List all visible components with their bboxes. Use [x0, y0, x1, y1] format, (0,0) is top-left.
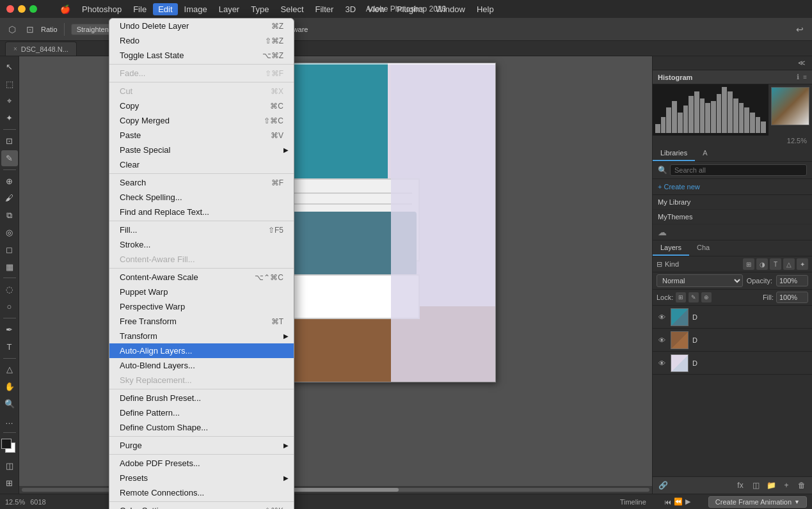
tool-lasso[interactable]: ⌖ [1, 93, 18, 109]
layer-row[interactable]: 👁 D [653, 329, 812, 352]
timeline-start-icon[interactable]: ⏮ [664, 498, 671, 506]
tool-hand[interactable]: ✋ [1, 379, 18, 395]
layers-tabs: Layers Cha [653, 240, 812, 256]
undo-icon[interactable]: ↩ [793, 22, 807, 36]
add-layer-style-icon[interactable]: fx [734, 479, 747, 492]
color-swatches[interactable] [1, 439, 18, 455]
kind-label: Kind [665, 260, 679, 268]
tool-mask[interactable]: ◫ [1, 458, 18, 474]
tool-eyedropper[interactable]: ✎ [1, 150, 18, 166]
layer-row[interactable]: 👁 D [653, 352, 812, 375]
menu-apple[interactable]: 🍎 [55, 3, 76, 15]
minimize-button[interactable] [18, 5, 26, 13]
filter-type-icon[interactable]: T [770, 258, 781, 270]
timeline-play-icon[interactable]: ▶ [685, 497, 690, 506]
layer-eye-icon[interactable]: 👁 [657, 335, 667, 345]
tool-gradient[interactable]: ▦ [1, 259, 18, 275]
tool-sep-5 [3, 358, 16, 359]
menu-photoshop[interactable]: Photoshop [77, 3, 127, 15]
straighten-button[interactable]: Straighten [71, 24, 115, 35]
layer-eye-icon[interactable]: 👁 [657, 312, 667, 322]
tool-heal[interactable]: ⊕ [1, 173, 18, 189]
tool-crop[interactable]: ⊡ [1, 133, 18, 149]
histogram-settings-icon[interactable]: ≡ [803, 74, 807, 81]
tool-extras[interactable]: … [1, 413, 18, 429]
histogram-thumbnail [771, 87, 809, 125]
tool-type[interactable]: T [1, 339, 18, 355]
histogram-info-icon[interactable]: ℹ [797, 73, 799, 81]
layer-eye-icon[interactable]: 👁 [657, 358, 667, 368]
menu-type[interactable]: Type [246, 3, 274, 15]
menu-3d[interactable]: 3D [340, 3, 361, 15]
tab-libraries[interactable]: Libraries [653, 146, 695, 161]
tab-layers[interactable]: Layers [653, 240, 689, 256]
filter-adjustment-icon[interactable]: ◑ [756, 258, 768, 270]
lock-label: Lock: [657, 294, 673, 301]
menu-edit[interactable]: Edit [153, 3, 177, 15]
scroll-track-horizontal[interactable] [22, 488, 649, 492]
tool-clone[interactable]: ⧉ [1, 207, 18, 223]
document-tab[interactable]: × DSC_8448.N... [5, 42, 77, 56]
layers-kind-select[interactable]: ⊟ Kind [657, 260, 679, 269]
blend-mode-select[interactable]: Normal [657, 274, 743, 287]
histogram-content [653, 84, 812, 136]
tool-pen[interactable]: ✒ [1, 322, 18, 338]
histogram-expand-icons: ≡ [803, 74, 807, 81]
layer-row[interactable]: 👁 D [653, 306, 812, 329]
menu-layer[interactable]: Layer [214, 3, 245, 15]
scroll-thumb-horizontal[interactable] [210, 488, 398, 492]
lock-paint-icon[interactable]: ✎ [689, 292, 699, 302]
tool-move[interactable]: ↖ [1, 59, 18, 75]
tool-dodge[interactable]: ○ [1, 299, 18, 315]
create-frame-animation-dropdown-icon[interactable]: ▼ [794, 499, 800, 505]
tab-channels[interactable]: Cha [689, 240, 717, 256]
maximize-button[interactable] [29, 5, 37, 13]
tool-magic-wand[interactable]: ✦ [1, 110, 18, 126]
tool-brush[interactable]: 🖌 [1, 190, 18, 206]
tool-blur[interactable]: ◌ [1, 281, 18, 297]
panels-collapse-icon[interactable]: ≪ [798, 59, 806, 67]
library-search-input[interactable] [670, 164, 807, 176]
tool-marquee[interactable]: ⬚ [1, 76, 18, 92]
lock-position-icon[interactable]: ⊕ [701, 292, 712, 302]
menu-help[interactable]: Help [472, 3, 499, 15]
tool-history[interactable]: ◎ [1, 224, 18, 240]
tab-close-icon[interactable]: × [13, 45, 17, 52]
delete-layer-icon[interactable]: 🗑 [795, 479, 808, 492]
filter-shape-icon[interactable]: △ [783, 258, 795, 270]
my-library-item[interactable]: My Library [653, 195, 812, 210]
timeline-back-icon[interactable]: ⏪ [674, 497, 683, 506]
tab-adjustments[interactable]: A [695, 146, 715, 161]
move-tool-icon[interactable]: ⬡ [5, 22, 19, 36]
tool-sep-3 [3, 278, 16, 278]
tool-eraser[interactable]: ◻ [1, 242, 18, 258]
lock-transparency-icon[interactable]: ⊞ [676, 292, 686, 302]
search-icon: 🔍 [658, 166, 667, 175]
options-icon[interactable]: ≡ [136, 22, 150, 36]
settings-icon[interactable]: ⚙ [118, 22, 132, 36]
tool-shape[interactable]: △ [1, 362, 18, 378]
filter-pixel-icon[interactable]: ⊞ [743, 258, 754, 270]
new-layer-icon[interactable]: + [780, 479, 793, 492]
menu-file[interactable]: File [128, 3, 152, 15]
menu-select[interactable]: Select [275, 3, 308, 15]
create-new-library-button[interactable]: + Create new [653, 179, 812, 195]
crop-tool-icon[interactable]: ⊡ [23, 22, 37, 36]
fill-input[interactable] [776, 292, 808, 303]
create-frame-animation-button[interactable]: Create Frame Animation ▼ [708, 496, 807, 508]
layer-link-icon[interactable]: 🔗 [657, 479, 669, 492]
tool-screen[interactable]: ⊞ [1, 475, 18, 491]
menu-filter[interactable]: Filter [310, 3, 339, 15]
mythemes-library-item[interactable]: MyThemes [653, 210, 812, 224]
menu-image[interactable]: Image [179, 3, 212, 15]
canvas-scrollbar-horizontal[interactable] [19, 486, 652, 494]
new-group-icon[interactable]: 📁 [765, 479, 777, 492]
filter-smart-icon[interactable]: ✦ [797, 258, 808, 270]
layer-name: D [692, 359, 808, 367]
delete-cropped-checkbox[interactable] [164, 26, 171, 33]
add-mask-icon[interactable]: ◫ [749, 479, 762, 492]
close-button[interactable] [6, 5, 14, 13]
opacity-input[interactable] [776, 275, 808, 286]
blend-mode-bar: Normal Opacity: [653, 272, 812, 290]
tool-zoom[interactable]: 🔍 [1, 396, 18, 412]
